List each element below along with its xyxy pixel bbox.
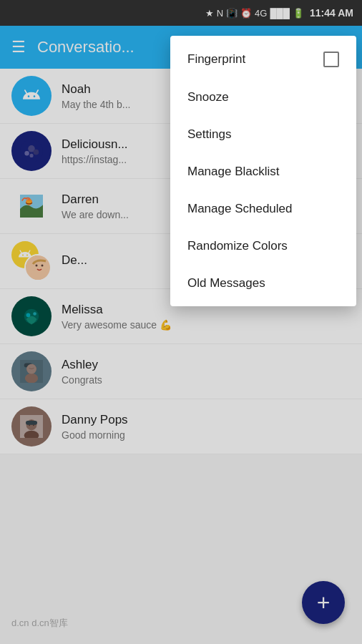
menu-label-settings: Settings [187, 127, 231, 142]
menu-item-snooze[interactable]: Snooze [170, 79, 356, 116]
dropdown-menu: Fingerprint Snooze Settings Manage Black… [170, 36, 356, 306]
menu-item-fingerprint[interactable]: Fingerprint [170, 40, 356, 79]
menu-label-snooze: Snooze [187, 90, 229, 104]
menu-label-fingerprint: Fingerprint [187, 52, 245, 67]
menu-label-manage-blacklist: Manage Blacklist [187, 165, 280, 179]
menu-item-randomize-colors[interactable]: Randomize Colors [170, 228, 356, 265]
menu-item-old-messages[interactable]: Old Messages [170, 265, 356, 302]
menu-label-manage-scheduled: Manage Scheduled [187, 202, 293, 216]
menu-item-settings[interactable]: Settings [170, 116, 356, 153]
menu-item-manage-scheduled[interactable]: Manage Scheduled [170, 190, 356, 228]
menu-label-randomize-colors: Randomize Colors [187, 239, 288, 253]
fingerprint-checkbox[interactable] [323, 52, 339, 67]
menu-label-old-messages: Old Messages [187, 276, 265, 291]
menu-item-manage-blacklist[interactable]: Manage Blacklist [170, 153, 356, 190]
